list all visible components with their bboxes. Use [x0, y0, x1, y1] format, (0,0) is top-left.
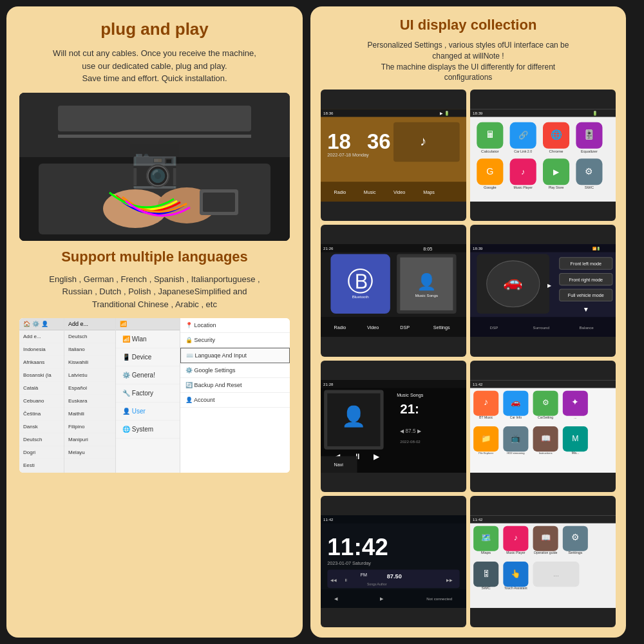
- svg-rect-102: [470, 380, 616, 388]
- settings-language[interactable]: ⌨️ Languaqe And Input: [180, 348, 290, 363]
- ui-screen-6: 11:42 ♪ BT Music 🚗 Car Info ⚙ CarSetting…: [470, 361, 616, 492]
- svg-text:2022-08-02: 2022-08-02: [400, 439, 421, 443]
- svg-rect-87: [321, 380, 466, 388]
- settings-location[interactable]: 📍 Location: [180, 318, 290, 333]
- col1-header: 🏠⚙️👤: [19, 318, 64, 330]
- lang-item[interactable]: Bosanski (la: [19, 369, 64, 382]
- svg-text:▼: ▼: [583, 306, 589, 313]
- svg-text:Music Player: Music Player: [506, 551, 526, 554]
- svg-text:📁: 📁: [481, 433, 491, 443]
- svg-text:Radio: Radio: [334, 189, 346, 195]
- svg-rect-2: [58, 135, 251, 138]
- screen6-svg: 11:42 ♪ BT Music 🚗 Car Info ⚙ CarSetting…: [470, 361, 616, 492]
- svg-text:🚗: 🚗: [511, 397, 521, 408]
- lang-item[interactable]: Deutsch: [19, 433, 64, 446]
- lang-item[interactable]: Latvieśu: [64, 369, 115, 382]
- svg-rect-8: [203, 193, 235, 212]
- svg-rect-145: [470, 515, 616, 523]
- svg-text:📖: 📖: [541, 533, 551, 543]
- svg-text:18: 18: [327, 129, 351, 153]
- screen5-svg: 21:28 👤 ◀ ⏸ ▶ Music Songs 21: ◀ 87.5 ▶ 2…: [321, 361, 466, 492]
- lang-item[interactable]: Add e...: [19, 330, 64, 343]
- menu-device[interactable]: 📱 Device: [116, 348, 180, 366]
- svg-text:M: M: [572, 433, 578, 442]
- main-container: plug and play Will not cut any cables. O…: [6, 6, 638, 638]
- screen3-svg: 21:26 Ⓑ Bluetooth 👤 Music Songs 8:05 Rad…: [321, 225, 466, 356]
- settings-security[interactable]: 🔒 Security: [180, 333, 290, 348]
- menu-user[interactable]: 👤 User: [116, 402, 180, 421]
- svg-text:Instructions: Instructions: [539, 451, 553, 455]
- lang-item[interactable]: Euskara: [64, 395, 115, 408]
- svg-text:Music Songs: Music Songs: [397, 392, 424, 397]
- svg-text:Calculator: Calculator: [481, 149, 499, 153]
- svg-text:36: 36: [367, 129, 391, 153]
- lang-item[interactable]: Dogri: [19, 446, 64, 459]
- svg-text:2023-01-07  Saturday: 2023-01-07 Saturday: [327, 560, 371, 566]
- settings-account[interactable]: 👤 Account: [180, 393, 290, 408]
- svg-text:◀◀: ◀◀: [330, 578, 337, 582]
- lang-item[interactable]: Español: [64, 382, 115, 395]
- svg-text:◀  87.5  ▶: ◀ 87.5 ▶: [400, 428, 422, 434]
- lang-item[interactable]: Català: [19, 382, 64, 395]
- menu-general[interactable]: ⚙️ Genera!: [116, 366, 180, 384]
- lang-item[interactable]: Eesti: [19, 459, 64, 472]
- svg-text:✦: ✦: [571, 397, 579, 407]
- lang-screenshot: 🏠⚙️👤 Add e... Indonesia Afrikaans Bosans…: [19, 318, 290, 473]
- menu-wlan[interactable]: 📶 Wlan: [116, 330, 180, 348]
- svg-text:SWC: SWC: [481, 585, 491, 590]
- svg-text:11:42: 11:42: [473, 382, 483, 386]
- svg-text:Video: Video: [367, 325, 379, 330]
- svg-text:Full vehicle mode: Full vehicle mode: [568, 293, 604, 299]
- svg-text:Music Songs: Music Songs: [415, 294, 438, 298]
- lang-item[interactable]: Afrikaans: [19, 356, 64, 369]
- svg-text:Balance: Balance: [580, 325, 594, 330]
- svg-text:File Explorer: File Explorer: [478, 451, 494, 455]
- svg-text:📺: 📺: [511, 433, 521, 443]
- install-image: [19, 93, 290, 241]
- plug-title: plug and play: [19, 19, 290, 39]
- lang-item[interactable]: Maithili: [64, 408, 115, 421]
- lang-item[interactable]: Manipuri: [64, 433, 115, 446]
- svg-text:Front left mode: Front left mode: [571, 261, 601, 267]
- lang-title: Support multiple languages: [19, 249, 290, 265]
- lang-item[interactable]: Melayu: [64, 446, 115, 459]
- lang-item[interactable]: Italiano: [64, 343, 115, 356]
- lang-item[interactable]: Dansk: [19, 421, 64, 433]
- svg-text:Settings: Settings: [433, 325, 450, 330]
- svg-rect-52: [321, 245, 466, 252]
- svg-text:87.50: 87.50: [387, 573, 402, 580]
- lang-item[interactable]: Kiswahili: [64, 356, 115, 369]
- svg-text:...: ...: [574, 415, 576, 419]
- right-desc: Personalized Settings , various styles o…: [321, 40, 616, 83]
- settings-google[interactable]: ⚙️ Google Settings: [180, 363, 290, 378]
- svg-text:Equalizer: Equalizer: [581, 149, 598, 153]
- settings-backup[interactable]: 🔄 Backup And Reset: [180, 378, 290, 393]
- svg-text:2022-07-18  Monday: 2022-07-18 Monday: [327, 152, 369, 158]
- svg-text:Google: Google: [484, 185, 497, 190]
- lang-item[interactable]: Cebuano: [19, 395, 64, 408]
- svg-text:🎚️: 🎚️: [583, 129, 595, 141]
- svg-text:21:26: 21:26: [323, 247, 334, 251]
- svg-text:Not connected: Not connected: [426, 596, 452, 600]
- lang-item[interactable]: Indonesia: [19, 343, 64, 356]
- menu-system[interactable]: 🌐 System: [116, 421, 180, 439]
- lang-col1: 🏠⚙️👤 Add e... Indonesia Afrikaans Bosans…: [19, 318, 64, 473]
- col3-header: 📶: [116, 318, 180, 330]
- right-panel: UI display collection Personalized Setti…: [310, 6, 626, 638]
- lang-item[interactable]: Filipino: [64, 421, 115, 433]
- screen1-svg: 18:36 ▶ 🔋 18 36 2022-07-18 Monday ♪ Radi…: [321, 90, 466, 221]
- svg-text:Bluetooth: Bluetooth: [352, 295, 370, 299]
- svg-text:SWC: SWC: [585, 185, 594, 190]
- ui-screen-2: 18:39 🔋 🖩 Calculator 🔗 Car Link 2.0 🌐 Ch…: [470, 90, 616, 221]
- svg-rect-129: [321, 515, 466, 523]
- svg-text:Ma...: Ma...: [572, 451, 579, 455]
- menu-factory[interactable]: 🔧 Factory: [116, 384, 180, 402]
- svg-text:▶▶: ▶▶: [446, 578, 453, 582]
- ui-screen-5: 21:28 👤 ◀ ⏸ ▶ Music Songs 21: ◀ 87.5 ▶ 2…: [321, 361, 466, 492]
- svg-rect-1: [58, 106, 251, 131]
- svg-text:🗺️: 🗺️: [481, 533, 491, 543]
- lang-item[interactable]: Čeština: [19, 408, 64, 421]
- lang-item[interactable]: Deutsch: [64, 330, 115, 343]
- svg-text:CarSetting: CarSetting: [538, 415, 553, 419]
- svg-text:HD2 streaming: HD2 streaming: [507, 451, 525, 455]
